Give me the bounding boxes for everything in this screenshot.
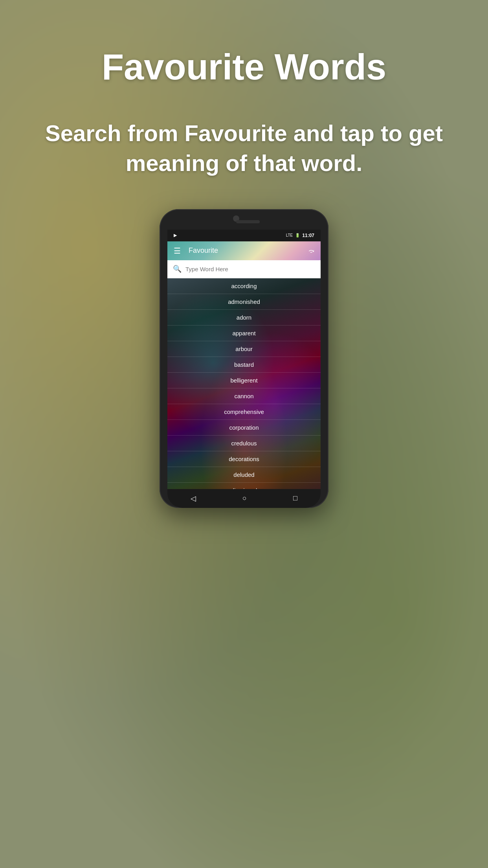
page-subtitle: Search from Favourite and tap to get mea…	[0, 118, 488, 178]
search-icon: 🔍	[173, 265, 182, 273]
list-item[interactable]: decorations	[167, 451, 321, 467]
recent-button[interactable]: □	[293, 494, 297, 502]
speaker	[236, 220, 260, 223]
list-item[interactable]: cannon	[167, 388, 321, 404]
list-item[interactable]: arbour	[167, 341, 321, 357]
list-item[interactable]: adorn	[167, 310, 321, 326]
signal-icon: LTE	[286, 233, 293, 237]
page-title: Favourite Words	[102, 47, 386, 87]
word-list: accordingadmonishedadornapparentarbourba…	[167, 278, 321, 489]
home-button[interactable]: ○	[242, 494, 247, 502]
list-item[interactable]: bastard	[167, 357, 321, 373]
list-item[interactable]: dismissed	[167, 483, 321, 489]
list-item[interactable]: admonished	[167, 294, 321, 310]
battery-icon: 🔋	[295, 233, 300, 237]
list-item[interactable]: apparent	[167, 326, 321, 341]
status-left: ▶	[174, 233, 177, 238]
share-icon[interactable]: ⤼	[308, 246, 314, 255]
phone-screen: ▶ LTE 🔋 11:07 ☰ Favourite ⤼ 🔍	[167, 230, 321, 489]
list-item[interactable]: belligerent	[167, 373, 321, 388]
status-time: 11:07	[302, 233, 314, 238]
list-item[interactable]: corporation	[167, 420, 321, 436]
phone-mockup: ▶ LTE 🔋 11:07 ☰ Favourite ⤼ 🔍	[160, 209, 328, 508]
app-bar: ☰ Favourite ⤼	[167, 241, 321, 260]
list-item[interactable]: deluded	[167, 467, 321, 483]
status-bar: ▶ LTE 🔋 11:07	[167, 230, 321, 241]
status-right: LTE 🔋 11:07	[286, 233, 314, 238]
list-item[interactable]: comprehensive	[167, 404, 321, 420]
play-icon: ▶	[174, 233, 177, 238]
search-bar: 🔍	[167, 260, 321, 278]
back-button[interactable]: ◁	[191, 494, 196, 503]
list-item[interactable]: according	[167, 278, 321, 294]
app-bar-title: Favourite	[189, 246, 308, 255]
menu-icon[interactable]: ☰	[174, 246, 181, 256]
list-item[interactable]: credulous	[167, 436, 321, 451]
nav-bar: ◁ ○ □	[167, 489, 321, 508]
search-input[interactable]	[185, 266, 315, 272]
